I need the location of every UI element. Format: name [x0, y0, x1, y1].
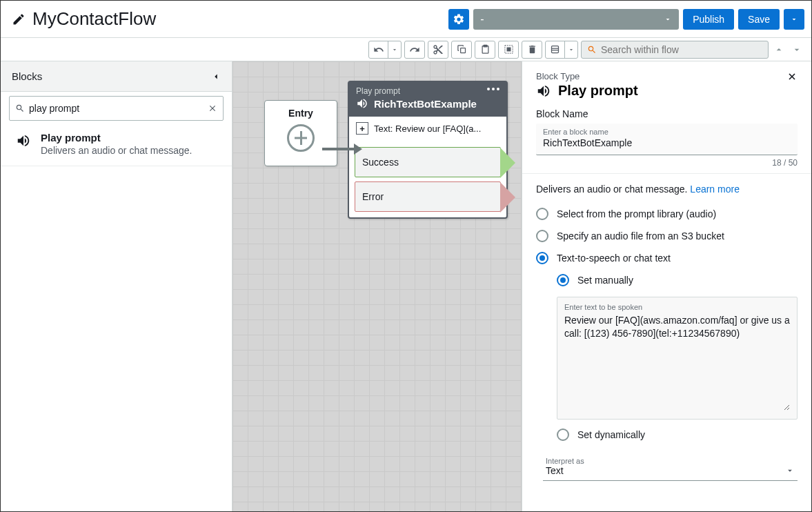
entry-node[interactable]: Entry — [264, 100, 337, 166]
entry-output-port[interactable] — [287, 124, 315, 152]
blocks-search-input[interactable] — [29, 103, 204, 114]
speaker-icon — [16, 133, 31, 148]
chevron-down-icon — [664, 15, 672, 23]
blocks-sidebar: Blocks Play prompt Delivers an a — [1, 61, 232, 511]
select-all-button[interactable] — [499, 41, 518, 58]
node-text-preview: Text: Review our [FAQ](a... — [374, 124, 481, 134]
branch-label: Error — [362, 191, 384, 202]
redo-button[interactable] — [405, 41, 424, 58]
undo-button[interactable] — [369, 41, 388, 58]
chevron-down-icon — [785, 466, 795, 475]
cut-button[interactable] — [428, 41, 448, 58]
pencil-icon — [12, 12, 26, 26]
save-dropdown-button[interactable] — [784, 9, 804, 30]
node-menu-button[interactable] — [487, 88, 499, 90]
search-next-button[interactable] — [789, 41, 804, 59]
entry-node-label: Entry — [288, 108, 313, 119]
clear-search-button[interactable] — [208, 104, 217, 113]
radio-s3-audio[interactable]: Specify an audio file from an S3 bucket — [536, 225, 798, 247]
radio-set-manually[interactable]: Set manually — [557, 269, 798, 291]
block-name-section-label: Block Name — [536, 108, 798, 119]
speaker-icon — [536, 83, 551, 99]
textarea-label: Enter text to be spoken — [564, 303, 790, 311]
block-type-label: Block Type — [536, 71, 638, 81]
scissors-icon — [433, 44, 444, 55]
search-flow-input-wrap[interactable] — [581, 41, 769, 59]
gear-icon — [453, 13, 465, 26]
chevron-left-icon — [211, 72, 221, 81]
copy-button[interactable] — [452, 41, 471, 58]
close-icon — [208, 104, 217, 113]
flow-title: MyContactFlow — [32, 8, 156, 30]
radio-tts-chat[interactable]: Text-to-speech or chat text — [536, 247, 798, 269]
connector-arrow[interactable] — [322, 146, 355, 152]
flow-title-wrap[interactable]: MyContactFlow — [8, 8, 156, 30]
expand-text-button[interactable]: + — [356, 122, 368, 135]
branch-success[interactable]: Success — [355, 147, 501, 177]
node-type-label: Play prompt — [356, 86, 499, 96]
learn-more-link[interactable]: Learn more — [690, 184, 740, 195]
blocks-sidebar-title: Blocks — [12, 70, 42, 82]
chevron-down-icon — [568, 46, 575, 53]
arrange-icon — [550, 44, 560, 55]
radio-set-dynamically[interactable]: Set dynamically — [557, 424, 798, 446]
status-dropdown-label: - — [480, 13, 484, 26]
arrange-button[interactable] — [546, 41, 565, 58]
radio-prompt-library[interactable]: Select from the prompt library (audio) — [536, 203, 798, 225]
search-flow-input[interactable] — [601, 44, 762, 55]
block-item-title: Play prompt — [41, 132, 221, 144]
redo-icon — [409, 44, 420, 55]
select-all-icon — [504, 44, 514, 55]
close-icon — [786, 71, 798, 82]
save-button[interactable]: Save — [738, 9, 780, 30]
svg-rect-0 — [460, 48, 465, 53]
paste-button[interactable] — [475, 41, 495, 58]
node-title: RichTextBotExample — [374, 98, 477, 110]
clipboard-icon — [480, 44, 491, 55]
copy-icon — [457, 44, 467, 55]
delete-button[interactable] — [522, 41, 542, 58]
block-name-input[interactable] — [543, 136, 791, 148]
chevron-up-icon — [773, 44, 784, 55]
block-name-placeholder-label: Enter a block name — [543, 128, 791, 136]
undo-history-button[interactable] — [388, 41, 401, 58]
svg-rect-4 — [507, 48, 511, 51]
branch-label: Success — [362, 157, 399, 168]
chevron-down-icon — [791, 44, 802, 55]
block-item-desc: Delivers an audio or chat message. — [41, 145, 221, 156]
block-properties-panel: Block Type Play prompt Block Name Enter … — [522, 61, 811, 511]
panel-description: Delivers an audio or chat message. Learn… — [522, 174, 811, 199]
chevron-down-icon — [391, 46, 398, 53]
block-type-title: Play prompt — [558, 83, 638, 99]
interpret-as-select[interactable]: Interpret as Text — [543, 454, 798, 481]
search-prev-button[interactable] — [771, 41, 786, 59]
speaker-icon — [356, 97, 368, 110]
settings-button[interactable] — [448, 9, 469, 30]
svg-rect-2 — [484, 45, 487, 47]
search-icon — [15, 104, 25, 113]
panel-close-button[interactable] — [786, 71, 798, 82]
branch-error[interactable]: Error — [355, 181, 501, 212]
publish-button[interactable]: Publish — [683, 9, 734, 30]
block-name-char-count: 18 / 50 — [536, 158, 798, 168]
trash-icon — [527, 44, 537, 55]
blocks-search-wrap[interactable] — [9, 96, 224, 121]
arrange-dropdown-button[interactable] — [565, 41, 577, 58]
tts-text-input[interactable] — [564, 314, 790, 411]
chevron-down-icon — [790, 15, 798, 23]
status-dropdown[interactable]: - — [473, 9, 679, 30]
svg-rect-5 — [552, 46, 559, 53]
block-list-item[interactable]: Play prompt Delivers an audio or chat me… — [1, 125, 232, 166]
collapse-sidebar-button[interactable] — [211, 72, 221, 81]
flow-canvas[interactable]: Entry Play prompt RichTextBotExample — [232, 61, 522, 511]
undo-icon — [373, 44, 384, 55]
search-icon — [587, 45, 597, 55]
play-prompt-node[interactable]: Play prompt RichTextBotExample + Text: R… — [348, 81, 508, 219]
